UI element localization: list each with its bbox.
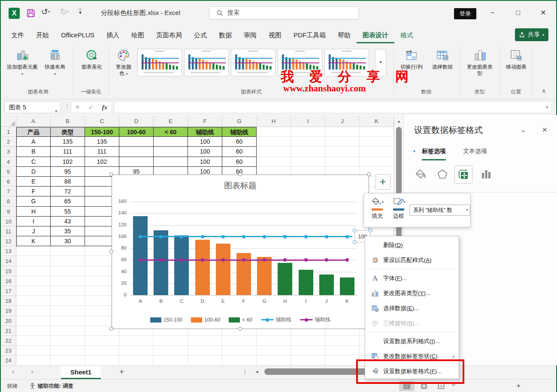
cell-B6[interactable]: 88 — [51, 177, 85, 187]
cell-A20[interactable] — [16, 316, 51, 326]
close-button[interactable]: ✕ — [531, 1, 556, 25]
column-header-J[interactable]: J — [325, 116, 360, 127]
row-header-19[interactable]: 19 — [1, 306, 16, 316]
cancel-icon[interactable]: × — [76, 103, 80, 112]
cell-A4[interactable]: C — [16, 157, 51, 167]
cell-A9[interactable]: H — [16, 207, 51, 217]
customize-quick-access-icon[interactable]: ▾ — [79, 9, 82, 15]
cell-A21[interactable] — [16, 326, 51, 336]
chart-legend[interactable]: 150-100100-60< 60辅助线辅助线 — [112, 316, 369, 323]
name-box-splitter[interactable]: ⋮ — [64, 103, 70, 109]
cell-B20[interactable] — [51, 316, 85, 326]
cell-C1[interactable]: 150-100 — [85, 127, 119, 137]
cell-H23[interactable] — [257, 346, 291, 356]
cell-B22[interactable] — [51, 336, 85, 346]
pane-menu-chevron-icon[interactable]: ⌄ — [521, 126, 526, 134]
row-header-2[interactable]: 2 — [1, 137, 16, 147]
cell-A13[interactable] — [16, 246, 51, 256]
cell-C2[interactable]: 135 — [85, 137, 119, 147]
cell-H2[interactable] — [257, 137, 291, 147]
bar-H[interactable] — [278, 263, 292, 295]
undo-button[interactable]: ↺▾ — [41, 7, 50, 17]
cell-A15[interactable] — [16, 266, 51, 276]
cell-I2[interactable] — [291, 137, 325, 147]
cell-G3[interactable]: 60 — [222, 147, 257, 157]
row-header-5[interactable]: 5 — [1, 167, 16, 177]
row-header-18[interactable]: 18 — [1, 296, 16, 306]
select-all-corner[interactable] — [1, 116, 16, 127]
cell-B17[interactable] — [51, 286, 85, 296]
share-button[interactable]: 共享 ▾ — [515, 28, 548, 41]
sheet-next-icon[interactable]: › — [31, 368, 33, 376]
cell-A3[interactable]: B — [16, 147, 51, 157]
cell-B7[interactable]: 72 — [51, 187, 85, 196]
row-header-21[interactable]: 21 — [1, 326, 16, 336]
bar-E[interactable] — [216, 244, 230, 295]
cell-D24[interactable] — [119, 356, 154, 365]
ribbon-tab-PDF工具箱[interactable]: PDF工具箱 — [288, 27, 332, 43]
legend-item[interactable]: < 60 — [229, 317, 252, 323]
cell-C4[interactable]: 102 — [85, 157, 119, 167]
cell-A10[interactable]: I — [16, 217, 51, 226]
cell-A6[interactable]: E — [16, 177, 51, 187]
cell-K4[interactable] — [360, 157, 394, 167]
chart-selection-handle[interactable] — [109, 250, 113, 253]
name-box[interactable]: 图表 5▾ — [4, 101, 61, 113]
chart-style-thumbnail[interactable] — [184, 49, 229, 76]
ribbon-tab-开始[interactable]: 开始 — [30, 27, 55, 43]
row-header-20[interactable]: 20 — [1, 316, 16, 326]
ribbon-tab-插入[interactable]: 插入 — [100, 27, 125, 43]
cell-G4[interactable]: 60 — [222, 157, 257, 167]
row-header-16[interactable]: 16 — [1, 276, 16, 286]
chart-beautify-button[interactable]: 图表美化 — [76, 48, 107, 70]
menu-item-删除[interactable]: 删除(D) — [365, 238, 459, 253]
cell-I24[interactable] — [291, 356, 325, 365]
cell-F24[interactable] — [188, 356, 222, 365]
row-header-9[interactable]: 9 — [1, 207, 16, 217]
cell-H3[interactable] — [257, 147, 291, 157]
size-properties-icon[interactable] — [454, 166, 472, 184]
bar-I[interactable] — [299, 270, 313, 295]
cell-E3[interactable] — [154, 147, 188, 157]
cell-F1[interactable]: 辅助线 — [188, 127, 222, 137]
cell-A23[interactable] — [16, 346, 51, 356]
fill-dropdown-icon[interactable]: ▾ — [382, 200, 384, 204]
cell-J3[interactable] — [325, 147, 360, 157]
legend-item[interactable]: 辅助线 — [261, 316, 291, 323]
cell-B16[interactable] — [51, 276, 85, 286]
ribbon-tab-图表设计[interactable]: 图表设计 — [357, 27, 394, 43]
sign-in-button[interactable]: 登录 — [454, 8, 476, 19]
cell-A22[interactable] — [16, 336, 51, 346]
row-header-13[interactable]: 13 — [1, 246, 16, 256]
cell-D22[interactable] — [119, 336, 154, 346]
fill-button[interactable]: 填充 — [367, 197, 387, 220]
cell-G22[interactable] — [222, 336, 257, 346]
cell-B2[interactable]: 135 — [51, 137, 85, 147]
cell-B9[interactable]: 55 — [51, 207, 85, 217]
ribbon-tab-数据[interactable]: 数据 — [213, 27, 238, 43]
chart-selection-handle[interactable] — [109, 172, 113, 176]
cell-A1[interactable]: 产品 — [16, 127, 51, 137]
bar-J[interactable] — [319, 274, 334, 295]
cell-E22[interactable] — [154, 336, 188, 346]
cell-B3[interactable]: 111 — [51, 147, 85, 157]
column-header-E[interactable]: E — [154, 116, 188, 127]
cell-A11[interactable]: J — [16, 226, 51, 236]
row-header-6[interactable]: 6 — [1, 177, 16, 187]
label-handle[interactable] — [369, 229, 372, 232]
label-options-icon[interactable] — [478, 166, 495, 183]
row-header-23[interactable]: 23 — [1, 346, 16, 356]
cell-F23[interactable] — [188, 346, 222, 356]
cell-E2[interactable] — [154, 137, 188, 147]
redo-button[interactable]: ↻▾ — [60, 7, 69, 17]
save-icon[interactable] — [26, 8, 36, 20]
cell-A18[interactable] — [16, 296, 51, 306]
pane-tab-label-options[interactable]: 标签选项 — [422, 148, 446, 155]
cell-H4[interactable] — [257, 157, 291, 167]
row-header-8[interactable]: 8 — [1, 196, 16, 206]
switch-row-col-button[interactable]: 切换行/列 — [397, 48, 427, 70]
border-button[interactable]: 边框 — [389, 197, 409, 220]
cell-D2[interactable] — [119, 137, 154, 147]
cell-A14[interactable] — [16, 256, 51, 266]
cell-E23[interactable] — [154, 346, 188, 356]
